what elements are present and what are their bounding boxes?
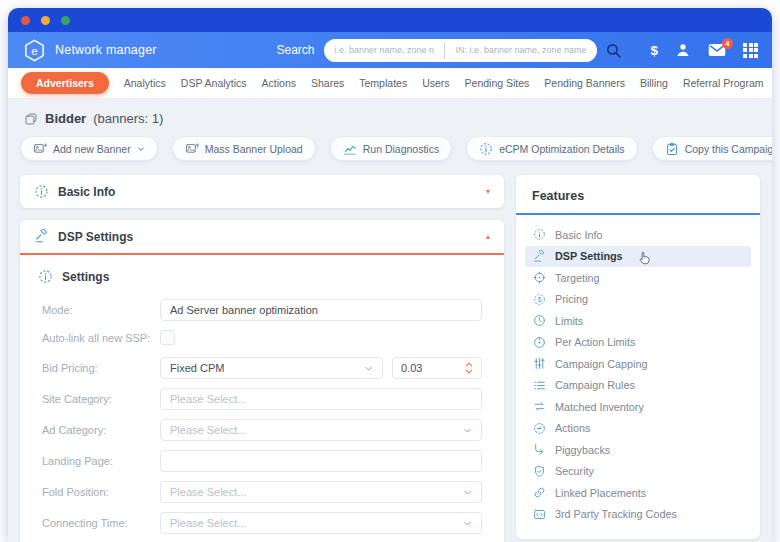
maximize-window-icon[interactable] (61, 16, 70, 25)
window-titlebar (8, 8, 772, 32)
ad-category-select[interactable]: Please Select... (160, 419, 482, 441)
feature-label: Campaign Capping (555, 358, 647, 370)
dsp-settings-panel-header[interactable]: DSP Settings ▴ (20, 220, 504, 255)
nav-item-pending-banners[interactable]: Pending Banners (544, 77, 625, 89)
nav-item-advertisers[interactable]: Advertisers (21, 72, 109, 94)
chevron-down-icon (463, 426, 472, 435)
feature-item-security[interactable]: Security (525, 461, 751, 483)
mail-badge: 4 (722, 38, 733, 49)
collapse-caret-icon[interactable]: ▾ (486, 188, 490, 196)
nav-item-users[interactable]: Users (422, 77, 449, 89)
copy-this-campaign-button[interactable]: Copy this Campaign (652, 136, 772, 161)
button-label: eCPM Optimization Details (499, 143, 624, 155)
feature-label: Targeting (555, 272, 599, 284)
site-category-input[interactable] (160, 388, 482, 410)
info-circle-icon (533, 228, 546, 241)
add-new-banner-button[interactable]: Add new Banner (20, 136, 158, 161)
connecting-time-select[interactable]: Please Select... (160, 512, 482, 534)
search-button[interactable] (605, 42, 622, 59)
dsp-settings-panel: DSP Settings ▴ Settings (20, 220, 504, 542)
form-row-connecting-time: Connecting Time: Please Select... (42, 512, 482, 534)
feature-label: Matched Inventory (555, 401, 644, 413)
feature-item-3rd-party-tracking-codes[interactable]: 3rd Party Tracking Codes (525, 504, 751, 526)
autolink-checkbox[interactable] (160, 330, 175, 345)
nav-item-pending-sites[interactable]: Pending Sites (465, 77, 530, 89)
feature-item-actions[interactable]: Actions (525, 418, 751, 440)
page-title-text: Bidder (45, 111, 86, 126)
feature-item-targeting[interactable]: Targeting (525, 267, 751, 289)
button-label: Mass Banner Upload (205, 143, 303, 155)
section-title: Settings (62, 270, 109, 284)
feature-item-per-action-limits[interactable]: Per Action Limits (525, 332, 751, 354)
chart-line-icon (343, 142, 357, 156)
run-diagnostics-button[interactable]: Run Diagnostics (330, 136, 452, 161)
apps-grid-icon[interactable] (743, 43, 758, 58)
nav-item-analytics[interactable]: Analytics (124, 77, 166, 89)
select-value: Fixed CPM (170, 362, 224, 374)
info-circle-icon (38, 269, 53, 284)
basic-info-panel-header[interactable]: Basic Info ▾ (20, 175, 504, 208)
form-row-bid-pricing: Bid Pricing: Fixed CPM 0.03 (42, 357, 482, 379)
nav-item-referral-program[interactable]: Referral Program (683, 77, 764, 89)
image-plus-icon (33, 142, 47, 156)
info-circle-icon (34, 184, 49, 199)
select-placeholder: Please Select... (170, 517, 246, 529)
landing-page-input[interactable] (160, 450, 482, 472)
link-icon (533, 486, 546, 499)
feature-label: Actions (555, 422, 590, 434)
feature-item-dsp-settings[interactable]: DSP Settings (525, 246, 751, 268)
nav-item-billing[interactable]: Billing (640, 77, 668, 89)
user-icon[interactable] (675, 42, 691, 58)
svg-text:$: $ (538, 296, 542, 303)
feature-label: Security (555, 465, 594, 477)
bid-pricing-label: Bid Pricing: (42, 362, 160, 374)
brand-name: Network manager (55, 43, 157, 57)
feature-item-piggybacks[interactable]: Piggybacks (525, 439, 751, 461)
feature-label: Limits (555, 315, 583, 327)
features-header: Features (516, 185, 760, 215)
collapse-caret-icon[interactable]: ▴ (486, 233, 490, 241)
form-row-fold-position: Fold Position: Please Select... (42, 481, 482, 503)
fold-position-select[interactable]: Please Select... (160, 481, 482, 503)
ecpm-optimization-details-button[interactable]: eCPM Optimization Details (466, 136, 637, 161)
spinner-up-icon[interactable] (465, 362, 473, 367)
form-row-ad-category: Ad Category: Please Select... (42, 419, 482, 441)
minimize-window-icon[interactable] (41, 16, 50, 25)
main-nav: Advertisers Analytics DSP Analytics Acti… (8, 68, 772, 99)
features-list: Basic Info DSP Settings (516, 224, 760, 525)
nav-item-templates[interactable]: Templates (359, 77, 407, 89)
bid-pricing-select[interactable]: Fixed CPM (160, 357, 383, 379)
feature-label: Per Action Limits (555, 336, 635, 348)
search-input[interactable] (324, 39, 444, 62)
messages-button[interactable]: 4 (708, 43, 726, 57)
feature-item-limits[interactable]: Limits (525, 310, 751, 332)
search-in-input[interactable] (445, 39, 597, 62)
bid-amount-spinner[interactable]: 0.03 (392, 357, 482, 379)
feature-item-campaign-capping[interactable]: Campaign Capping (525, 353, 751, 375)
clock-dot-icon (533, 336, 546, 349)
mass-banner-upload-button[interactable]: Mass Banner Upload (172, 136, 316, 161)
spinner-down-icon[interactable] (465, 369, 473, 374)
billing-dollar-icon[interactable]: $ (650, 43, 658, 58)
search-label: Search (276, 43, 314, 57)
chevron-down-icon (137, 145, 145, 153)
svg-text:e: e (31, 44, 37, 56)
feature-item-linked-placements[interactable]: Linked Placements (525, 482, 751, 504)
autolink-label: Auto-link all new SSP: (42, 332, 160, 344)
actions-circle-icon (533, 422, 546, 435)
code-box-icon (533, 508, 546, 521)
feature-item-campaign-rules[interactable]: Campaign Rules (525, 375, 751, 397)
feature-item-pricing[interactable]: $ Pricing (525, 289, 751, 311)
nav-item-dsp-analytics[interactable]: DSP Analytics (181, 77, 247, 89)
nav-item-actions[interactable]: Actions (262, 77, 296, 89)
dsp-settings-form: Settings Mode: Auto-link all new SSP: (20, 255, 504, 542)
nav-item-shares[interactable]: Shares (311, 77, 344, 89)
app-logo-icon: e (22, 38, 47, 63)
feature-item-basic-info[interactable]: Basic Info (525, 224, 751, 246)
mode-input[interactable] (160, 299, 482, 321)
panel-title: DSP Settings (58, 230, 133, 244)
feature-label: Campaign Rules (555, 379, 635, 391)
close-window-icon[interactable] (21, 16, 30, 25)
sliders-icon (533, 357, 546, 370)
feature-item-matched-inventory[interactable]: Matched Inventory (525, 396, 751, 418)
